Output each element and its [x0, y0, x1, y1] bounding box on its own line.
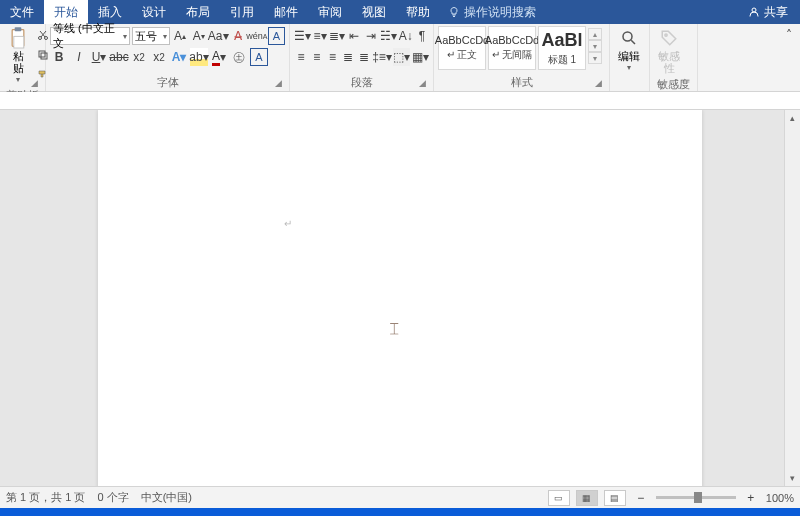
clipboard-icon: [8, 28, 28, 48]
shrink-font-button[interactable]: A▾: [190, 27, 207, 45]
lightbulb-icon: [448, 6, 460, 18]
font-name-combo[interactable]: 等线 (中文正文▾: [50, 27, 130, 45]
zoom-level[interactable]: 100%: [766, 492, 794, 504]
highlight-button[interactable]: ab▾: [190, 48, 208, 66]
line-spacing-button[interactable]: ‡≡▾: [373, 48, 391, 66]
show-marks-button[interactable]: ¶: [415, 27, 429, 45]
italic-button[interactable]: I: [70, 48, 88, 66]
font-color-button[interactable]: A▾: [210, 48, 228, 66]
phonetic-guide-button[interactable]: wénA: [248, 27, 266, 45]
zoom-slider[interactable]: [656, 496, 736, 499]
style-normal[interactable]: AaBbCcDd ↵ 正文: [438, 26, 486, 70]
svg-point-8: [623, 32, 632, 41]
text-effects-button[interactable]: A▾: [170, 48, 188, 66]
style-no-spacing[interactable]: AaBbCcDd ↵ 无间隔: [488, 26, 536, 70]
borders-button[interactable]: ▦▾: [412, 48, 429, 66]
tab-design[interactable]: 设计: [132, 0, 176, 24]
increase-indent-button[interactable]: ⇥: [363, 27, 377, 45]
group-font-label: 字体: [50, 74, 285, 91]
clear-formatting-button[interactable]: A̶: [229, 27, 246, 45]
character-border-button[interactable]: A: [268, 27, 285, 45]
scroll-track[interactable]: [785, 126, 800, 470]
styles-expand[interactable]: ▾: [588, 52, 602, 64]
sensitivity-button[interactable]: 敏感 性: [654, 26, 684, 76]
styles-dialog-launcher[interactable]: ◢: [595, 78, 607, 90]
style-normal-name: ↵ 正文: [447, 48, 478, 62]
vertical-scrollbar[interactable]: ▴ ▾: [784, 110, 800, 486]
status-word-count[interactable]: 0 个字: [97, 490, 128, 505]
grow-font-button[interactable]: A▴: [172, 27, 189, 45]
tab-mailings[interactable]: 邮件: [264, 0, 308, 24]
paste-label: 粘贴: [8, 50, 28, 74]
styles-scroll-up[interactable]: ▴: [588, 28, 602, 40]
style-nospacing-preview: AaBbCcDd: [485, 34, 539, 46]
enclose-characters-button[interactable]: ㊏: [230, 48, 248, 66]
styles-scroll-down[interactable]: ▾: [588, 40, 602, 52]
view-web-layout[interactable]: ▤: [604, 490, 626, 506]
multilevel-list-button[interactable]: ≣▾: [329, 27, 345, 45]
tab-file[interactable]: 文件: [0, 0, 44, 24]
tell-me-search[interactable]: 操作说明搜索: [440, 0, 544, 24]
asian-layout-button[interactable]: ☵▾: [380, 27, 397, 45]
decrease-indent-button[interactable]: ⇤: [347, 27, 361, 45]
status-language[interactable]: 中文(中国): [141, 490, 192, 505]
share-button[interactable]: 共享: [736, 4, 800, 21]
change-case-button[interactable]: Aa▾: [209, 27, 227, 45]
view-read-mode[interactable]: ▭: [548, 490, 570, 506]
tab-view[interactable]: 视图: [352, 0, 396, 24]
bullets-button[interactable]: ☰▾: [294, 27, 311, 45]
group-sensitivity: 敏感 性 敏感度: [650, 24, 698, 91]
scroll-up-button[interactable]: ▴: [785, 110, 800, 126]
group-paragraph: ☰▾ ≡▾ ≣▾ ⇤ ⇥ ☵▾ A↓ ¶ ≡ ≡ ≡ ≣ ≣ ‡≡▾ ⬚▾: [290, 24, 434, 91]
document-page[interactable]: ↵: [98, 110, 702, 486]
sensitivity-label: 敏感 性: [658, 50, 680, 74]
align-center-button[interactable]: ≡: [310, 48, 324, 66]
bold-button[interactable]: B: [50, 48, 68, 66]
tab-layout[interactable]: 布局: [176, 0, 220, 24]
paste-button[interactable]: 粘贴 ▾: [4, 26, 32, 87]
view-print-layout[interactable]: ▦: [576, 490, 598, 506]
shading-button[interactable]: ⬚▾: [393, 48, 410, 66]
clipboard-dialog-launcher[interactable]: ◢: [31, 78, 43, 90]
style-heading1[interactable]: AaBl 标题 1: [538, 26, 586, 70]
group-paragraph-label: 段落: [294, 74, 429, 91]
tell-me-label: 操作说明搜索: [464, 4, 536, 21]
editing-button[interactable]: 编辑 ▾: [614, 26, 644, 75]
zoom-out-button[interactable]: −: [632, 489, 650, 507]
status-bar: 第 1 页，共 1 页 0 个字 中文(中国) ▭ ▦ ▤ − + 100%: [0, 486, 800, 508]
subscript-button[interactable]: x2: [130, 48, 148, 66]
svg-point-0: [752, 8, 756, 12]
chevron-down-icon: ▾: [627, 64, 631, 73]
tab-review[interactable]: 审阅: [308, 0, 352, 24]
share-label: 共享: [764, 4, 788, 21]
zoom-in-button[interactable]: +: [742, 489, 760, 507]
align-distribute-button[interactable]: ≣: [357, 48, 371, 66]
scroll-down-button[interactable]: ▾: [785, 470, 800, 486]
sort-button[interactable]: A↓: [399, 27, 413, 45]
collapse-ribbon-button[interactable]: ˄: [780, 26, 798, 44]
style-normal-preview: AaBbCcDd: [435, 34, 489, 46]
font-size-value: 五号: [135, 29, 157, 44]
strikethrough-button[interactable]: abc: [110, 48, 128, 66]
style-heading1-preview: AaBl: [541, 30, 582, 51]
font-dialog-launcher[interactable]: ◢: [275, 78, 287, 90]
tab-help[interactable]: 帮助: [396, 0, 440, 24]
align-justify-button[interactable]: ≣: [341, 48, 355, 66]
superscript-button[interactable]: x2: [150, 48, 168, 66]
document-area: ↵ ⌶ ▴ ▾: [0, 110, 800, 486]
group-sensitivity-label: 敏感度: [654, 76, 693, 93]
tab-references[interactable]: 引用: [220, 0, 264, 24]
underline-button[interactable]: U▾: [90, 48, 108, 66]
status-page[interactable]: 第 1 页，共 1 页: [6, 490, 85, 505]
styles-gallery-more: ▴ ▾ ▾: [588, 26, 602, 66]
group-styles-label: 样式: [438, 74, 605, 91]
zoom-slider-thumb[interactable]: [694, 492, 702, 503]
horizontal-ruler[interactable]: [0, 92, 800, 110]
paragraph-dialog-launcher[interactable]: ◢: [419, 78, 431, 90]
numbering-button[interactable]: ≡▾: [313, 27, 327, 45]
font-size-combo[interactable]: 五号▾: [132, 27, 170, 45]
ribbon: 粘贴 ▾ 剪贴板 ◢ 等线 (中文: [0, 24, 800, 92]
character-shading-button[interactable]: A: [250, 48, 268, 66]
align-left-button[interactable]: ≡: [294, 48, 308, 66]
align-right-button[interactable]: ≡: [326, 48, 340, 66]
